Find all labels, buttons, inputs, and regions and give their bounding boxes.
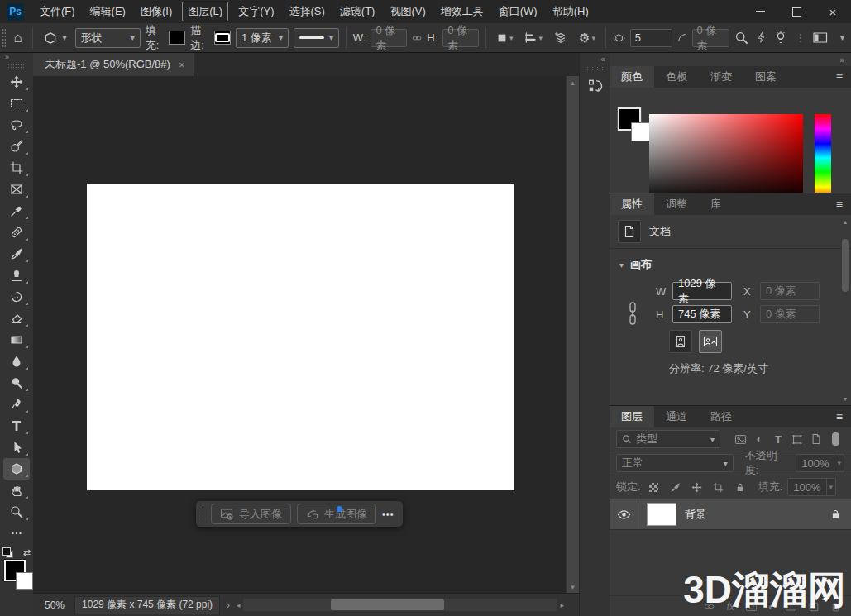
corner-radius-field[interactable]: 0 像素 — [692, 29, 729, 47]
tool-dodge[interactable] — [3, 372, 30, 394]
tool-eyedropper[interactable] — [3, 200, 30, 222]
scroll-down-icon[interactable]: ▾ — [844, 395, 847, 403]
link-wh-icon[interactable] — [626, 301, 639, 326]
canvas-width-field[interactable]: 1029 像素 — [672, 282, 732, 300]
tool-brush[interactable] — [3, 243, 30, 265]
tool-history-brush[interactable] — [3, 286, 30, 308]
toolbar-collapse-button[interactable]: » — [0, 53, 33, 64]
saturation-brightness-field[interactable] — [649, 114, 803, 202]
tool-frame[interactable] — [3, 179, 30, 200]
status-expand-icon[interactable]: › — [227, 599, 230, 611]
shape-height-field[interactable]: 0 像素 — [442, 29, 479, 47]
filter-smart-objects-icon[interactable] — [808, 433, 825, 445]
properties-scrollbar[interactable]: ▴ ▾ — [841, 218, 849, 403]
taskbar-more-button[interactable]: ••• — [382, 509, 394, 519]
close-button[interactable]: × — [815, 0, 851, 23]
menu-filter[interactable]: 滤镜(T) — [332, 2, 383, 21]
tool-clone-stamp[interactable] — [3, 265, 30, 286]
tool-gradient[interactable] — [3, 329, 30, 351]
document-tab[interactable]: 未标题-1 @ 50%(RGB/8#) × — [33, 53, 194, 76]
path-arrangement-button[interactable] — [551, 31, 571, 45]
swap-colors-icon[interactable]: ⇄ — [23, 547, 31, 558]
taskbar-grip[interactable] — [201, 506, 205, 523]
blend-mode-select[interactable]: 正常 ▾ — [616, 454, 734, 472]
search-icon[interactable] — [734, 31, 748, 45]
dock-grip[interactable] — [586, 66, 603, 71]
panel-menu-icon[interactable]: ≡ — [836, 70, 843, 84]
tab-libraries[interactable]: 库 — [699, 193, 733, 215]
tool-type[interactable] — [3, 415, 30, 437]
tool-rectangular-marquee[interactable] — [3, 93, 30, 114]
panel-menu-icon[interactable]: ≡ — [836, 198, 843, 211]
path-operations-button[interactable]: ▾ — [493, 32, 517, 44]
tab-gradients[interactable]: 渐变 — [699, 66, 743, 88]
lock-artboard-icon[interactable] — [710, 482, 727, 493]
tab-close-icon[interactable]: × — [179, 59, 185, 71]
expand-panels-button[interactable]: « — [600, 55, 605, 64]
opacity-field[interactable]: 100% ▾ — [796, 454, 844, 472]
tool-quick-selection[interactable] — [3, 136, 30, 157]
menu-edit[interactable]: 编辑(E) — [83, 2, 133, 21]
hscroll-track[interactable] — [243, 599, 558, 611]
filter-toggle-switch[interactable] — [827, 432, 844, 446]
layer-name[interactable]: 背景 — [685, 507, 706, 522]
filter-type-layers-icon[interactable]: T — [770, 433, 786, 446]
tab-patterns[interactable]: 图案 — [743, 66, 788, 88]
tab-adjustments[interactable]: 调整 — [654, 193, 699, 215]
landscape-orientation-button[interactable] — [699, 330, 722, 353]
discover-lightbulb-icon[interactable] — [774, 31, 787, 45]
layer-visibility-toggle[interactable] — [610, 499, 638, 529]
menu-plugins[interactable]: 增效工具 — [433, 2, 491, 21]
tool-lasso[interactable] — [3, 114, 30, 136]
shape-mode-select[interactable]: 形状 ▾ — [75, 28, 141, 48]
home-button[interactable]: ⌂ — [11, 30, 26, 46]
tab-channels[interactable]: 通道 — [654, 406, 699, 427]
filter-adjustment-layers-icon[interactable]: ◐ — [751, 433, 767, 445]
tool-preset-button[interactable]: ▾ — [40, 31, 70, 45]
tab-color[interactable]: 颜色 — [610, 66, 654, 88]
lock-pixels-icon[interactable] — [667, 482, 684, 493]
menu-view[interactable]: 视图(V) — [382, 2, 433, 21]
menu-image[interactable]: 图像(I) — [133, 2, 179, 21]
stroke-style-select[interactable]: ▾ — [294, 28, 339, 48]
scrollbar-thumb[interactable] — [842, 239, 849, 292]
default-colors-icon[interactable] — [2, 547, 13, 558]
lock-position-icon[interactable] — [689, 482, 705, 493]
layer-filter-select[interactable]: 类型 ▾ — [616, 430, 720, 448]
shape-width-field[interactable]: 0 像素 — [371, 29, 407, 47]
tool-hand[interactable] — [3, 480, 30, 501]
tab-paths[interactable]: 路径 — [699, 406, 743, 427]
layer-thumbnail[interactable] — [647, 503, 676, 526]
scroll-left-icon[interactable]: ◂ — [237, 601, 241, 609]
toolbar-grip[interactable] — [7, 64, 26, 69]
hscroll-thumb[interactable] — [331, 599, 444, 610]
fill-swatch[interactable] — [169, 31, 185, 45]
tool-blur[interactable] — [3, 351, 30, 372]
hue-slider[interactable] — [815, 114, 831, 202]
import-image-button[interactable]: 导入图像 — [211, 504, 291, 524]
horizontal-scrollbar[interactable]: ◂ ▸ — [237, 594, 564, 616]
tool-eraser[interactable] — [3, 308, 30, 329]
polygon-sides-field[interactable]: 5 — [630, 29, 672, 47]
history-panel-button[interactable] — [584, 74, 606, 97]
menu-select[interactable]: 选择(S) — [281, 2, 332, 21]
stroke-width-select[interactable]: 1 像素 ▾ — [236, 28, 289, 48]
vertical-scrollbar[interactable]: ▴ ▾ — [566, 76, 579, 594]
tool-crop[interactable] — [3, 157, 30, 179]
zoom-level-field[interactable]: 50% — [33, 599, 74, 611]
background-swatch[interactable] — [631, 122, 650, 141]
shape-settings-button[interactable]: ⚙ ▾ — [576, 31, 599, 45]
scroll-down-icon[interactable]: ▾ — [571, 583, 575, 591]
tool-shape-polygon[interactable] — [3, 458, 30, 480]
scroll-right-icon[interactable]: ▸ — [560, 601, 564, 609]
canvas-viewport[interactable]: 导入图像 生成图像 ••• — [33, 76, 566, 594]
canvas-height-field[interactable]: 745 像素 — [672, 305, 732, 323]
canvas-section-header[interactable]: ▾ 画布 — [610, 249, 851, 279]
tool-pen[interactable] — [3, 394, 30, 415]
tab-layers[interactable]: 图层 — [610, 406, 654, 427]
workspace-switcher-icon[interactable] — [813, 31, 828, 44]
portrait-orientation-button[interactable] — [669, 330, 692, 353]
path-alignment-button[interactable]: ▾ — [521, 31, 546, 44]
panel-menu-icon[interactable]: ≡ — [836, 410, 843, 423]
menu-help[interactable]: 帮助(H) — [545, 2, 596, 21]
